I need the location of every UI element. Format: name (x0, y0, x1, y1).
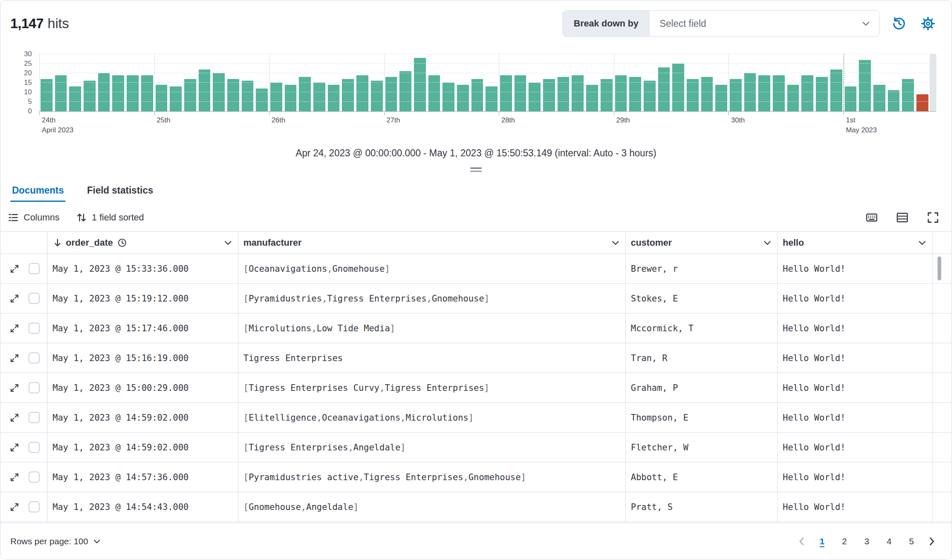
histogram-bar[interactable] (758, 75, 770, 111)
histogram-bar[interactable] (471, 79, 483, 111)
row-checkbox[interactable] (29, 471, 40, 483)
table-header-customer[interactable]: customer (626, 232, 778, 254)
histogram-bar[interactable] (744, 73, 756, 111)
histogram-bar[interactable] (830, 69, 842, 111)
page-number-2[interactable]: 2 (833, 530, 856, 553)
expand-row-icon[interactable] (10, 472, 19, 482)
expand-row-icon[interactable] (10, 413, 19, 423)
histogram-bar[interactable] (213, 73, 225, 111)
page-number-4[interactable]: 4 (878, 530, 900, 553)
chevron-down-icon[interactable] (762, 238, 772, 248)
tab-field-statistics[interactable]: Field statistics (85, 182, 155, 202)
fullscreen-button[interactable] (927, 211, 939, 224)
page-number-5[interactable]: 5 (900, 530, 923, 553)
histogram-bar[interactable] (486, 86, 498, 111)
histogram-bar[interactable] (658, 67, 670, 111)
histogram-bar[interactable] (84, 81, 96, 111)
vertical-scrollbar[interactable] (938, 256, 941, 280)
histogram-bar[interactable] (644, 81, 656, 111)
histogram-bar[interactable] (787, 85, 799, 111)
histogram-bar[interactable] (730, 79, 742, 111)
expand-row-icon[interactable] (10, 502, 19, 512)
histogram-bar[interactable] (112, 75, 124, 111)
histogram-bar[interactable] (615, 75, 627, 111)
page-number-1[interactable]: 1 (811, 530, 833, 553)
row-checkbox[interactable] (29, 263, 40, 274)
chevron-down-icon[interactable] (611, 238, 620, 248)
histogram-bar[interactable] (514, 75, 526, 111)
histogram-bar[interactable] (399, 71, 411, 111)
histogram-bar[interactable] (227, 79, 239, 111)
histogram-bar[interactable] (428, 75, 440, 111)
histogram-bar[interactable] (41, 79, 53, 111)
sort-fields-button[interactable]: 1 field sorted (76, 212, 144, 223)
settings-button[interactable] (918, 14, 938, 33)
histogram-bar[interactable] (414, 58, 426, 111)
table-header-hello[interactable]: hello (778, 232, 933, 254)
histogram-bar[interactable] (529, 83, 541, 111)
histogram-bar[interactable] (442, 83, 454, 111)
row-checkbox[interactable] (29, 412, 40, 423)
histogram-bar[interactable] (672, 64, 684, 111)
histogram-bar[interactable] (873, 85, 885, 111)
histogram-bar[interactable] (801, 75, 813, 111)
previous-page-button[interactable] (793, 530, 811, 553)
histogram-bar[interactable] (859, 60, 871, 111)
histogram-bar[interactable] (371, 81, 383, 111)
histogram-bar[interactable] (313, 83, 325, 111)
display-options-button[interactable] (896, 211, 909, 224)
histogram-bar[interactable] (156, 85, 168, 111)
table-header-order-date[interactable]: order_date (48, 232, 238, 254)
histogram-bar[interactable] (270, 83, 282, 111)
row-checkbox[interactable] (29, 352, 40, 364)
panel-resize-handle[interactable] (470, 168, 482, 172)
histogram-bar[interactable] (457, 85, 469, 111)
histogram-bar[interactable] (69, 86, 81, 111)
histogram-bar[interactable] (328, 85, 340, 111)
histogram-bar-partial[interactable] (916, 94, 928, 111)
histogram-bar[interactable] (242, 81, 254, 111)
histogram-bar[interactable] (586, 85, 598, 111)
histogram-bar[interactable] (773, 75, 785, 111)
chevron-down-icon[interactable] (917, 238, 927, 248)
histogram-bar[interactable] (55, 75, 67, 111)
histogram-bar[interactable] (356, 75, 368, 111)
chevron-down-icon[interactable] (223, 238, 233, 248)
chart-options-button[interactable] (889, 14, 909, 33)
expand-row-icon[interactable] (10, 294, 19, 304)
row-checkbox[interactable] (29, 501, 40, 512)
histogram-bar[interactable] (500, 75, 512, 111)
histogram-bar[interactable] (141, 75, 153, 111)
rows-per-page-button[interactable]: Rows per page: 100 (10, 536, 101, 546)
histogram-bar[interactable] (715, 85, 727, 111)
histogram-bar[interactable] (888, 90, 900, 111)
page-number-3[interactable]: 3 (856, 530, 878, 553)
histogram-bar[interactable] (98, 73, 110, 111)
row-checkbox[interactable] (29, 293, 40, 304)
histogram-bar[interactable] (601, 79, 613, 111)
expand-row-icon[interactable] (10, 264, 19, 274)
histogram-bar[interactable] (184, 79, 196, 111)
columns-button[interactable]: Columns (8, 212, 60, 223)
histogram-bar[interactable] (687, 79, 699, 111)
keyboard-shortcuts-button[interactable] (865, 211, 878, 224)
histogram-bar[interactable] (342, 79, 354, 111)
histogram-bar[interactable] (199, 69, 211, 111)
row-checkbox[interactable] (29, 382, 40, 393)
table-header-manufacturer[interactable]: manufacturer (238, 232, 626, 254)
histogram-bar[interactable] (902, 79, 914, 111)
histogram-bar[interactable] (845, 86, 857, 111)
expand-row-icon[interactable] (10, 383, 19, 393)
histogram-bar[interactable] (285, 85, 297, 111)
tab-documents[interactable]: Documents (10, 182, 65, 202)
histogram-bar[interactable] (543, 79, 555, 111)
histogram-bar[interactable] (170, 86, 182, 111)
expand-row-icon[interactable] (10, 353, 19, 363)
breakdown-field-select[interactable]: Select field (649, 11, 879, 36)
row-checkbox[interactable] (29, 442, 40, 453)
histogram-bar[interactable] (127, 75, 139, 111)
expand-row-icon[interactable] (10, 443, 19, 452)
next-page-button[interactable] (923, 530, 941, 553)
row-checkbox[interactable] (29, 323, 40, 334)
expand-row-icon[interactable] (10, 323, 19, 333)
